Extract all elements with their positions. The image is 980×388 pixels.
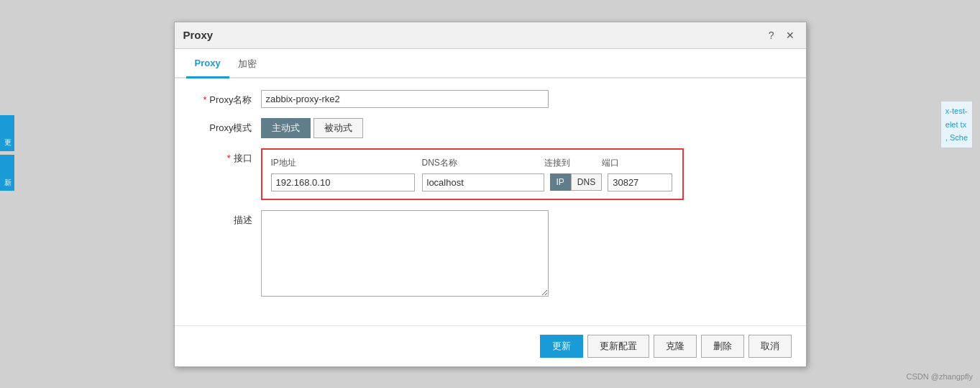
proxy-name-label: * Proxy名称 <box>189 90 261 107</box>
required-star: * <box>203 94 210 105</box>
tab-encryption[interactable]: 加密 <box>229 52 265 78</box>
interface-row: * 接口 IP地址 DNS名称 连接到 端口 <box>189 148 792 200</box>
left-side-panel: 更 新 <box>0 115 14 191</box>
watermark: CSDN @zhangpfly <box>907 372 973 381</box>
port-header: 端口 <box>602 157 674 169</box>
description-textarea[interactable] <box>261 210 549 297</box>
close-icon[interactable]: ✕ <box>783 28 797 42</box>
connect-ip-btn[interactable]: IP <box>550 173 571 191</box>
help-icon[interactable]: ? <box>766 28 777 42</box>
interface-headers: IP地址 DNS名称 连接到 端口 <box>271 157 674 169</box>
proxy-mode-row: Proxy模式 主动式 被动式 <box>189 118 792 138</box>
right-panel-line1: x-test- <box>945 104 968 118</box>
dialog-tabs: Proxy 加密 <box>175 52 806 78</box>
update-button[interactable]: 更新 <box>540 335 583 358</box>
description-label: 描述 <box>189 210 261 227</box>
header-icons: ? ✕ <box>766 28 797 42</box>
dialog-title: Proxy <box>183 29 214 41</box>
mode-active-btn[interactable]: 主动式 <box>261 118 311 138</box>
interface-inputs: IP DNS <box>271 173 674 191</box>
update-config-button[interactable]: 更新配置 <box>587 335 649 358</box>
overlay: 更 新 Proxy ? ✕ Proxy 加密 <box>0 0 980 388</box>
dialog-footer: 更新 更新配置 克隆 删除 取消 <box>175 325 806 366</box>
proxy-name-row: * Proxy名称 <box>189 90 792 108</box>
ip-input[interactable] <box>271 173 415 191</box>
description-row: 描述 <box>189 210 792 297</box>
proxy-name-input[interactable] <box>261 90 549 108</box>
proxy-mode-label: Proxy模式 <box>189 118 261 135</box>
right-panel-line3: , Sche <box>945 131 968 145</box>
dns-input[interactable] <box>422 173 544 191</box>
ip-header: IP地址 <box>271 157 415 169</box>
connect-dns-btn[interactable]: DNS <box>571 173 602 191</box>
clone-button[interactable]: 克隆 <box>654 335 697 358</box>
right-panel: x-test- elet tx , Sche <box>940 101 973 148</box>
delete-button[interactable]: 删除 <box>701 335 744 358</box>
dialog-body: * Proxy名称 Proxy模式 主动式 被动式 <box>175 78 806 325</box>
interface-box: IP地址 DNS名称 连接到 端口 IP <box>261 148 684 200</box>
dialog-header: Proxy ? ✕ <box>175 22 806 49</box>
left-tab-2[interactable]: 新 <box>0 155 14 191</box>
mode-passive-btn[interactable]: 被动式 <box>313 118 363 138</box>
right-panel-line2: elet tx <box>945 118 968 132</box>
tab-proxy[interactable]: Proxy <box>186 52 229 78</box>
connect-header: 连接到 <box>544 157 602 169</box>
proxy-mode-group: 主动式 被动式 <box>261 118 363 138</box>
left-tab-1[interactable]: 更 <box>0 115 14 151</box>
port-input[interactable] <box>608 173 672 191</box>
dns-header: DNS名称 <box>422 157 544 169</box>
cancel-button[interactable]: 取消 <box>748 335 792 358</box>
interface-label: * 接口 <box>189 148 261 165</box>
connect-group: IP DNS <box>550 173 603 191</box>
dialog: Proxy ? ✕ Proxy 加密 * Proxy名称 <box>174 22 807 367</box>
